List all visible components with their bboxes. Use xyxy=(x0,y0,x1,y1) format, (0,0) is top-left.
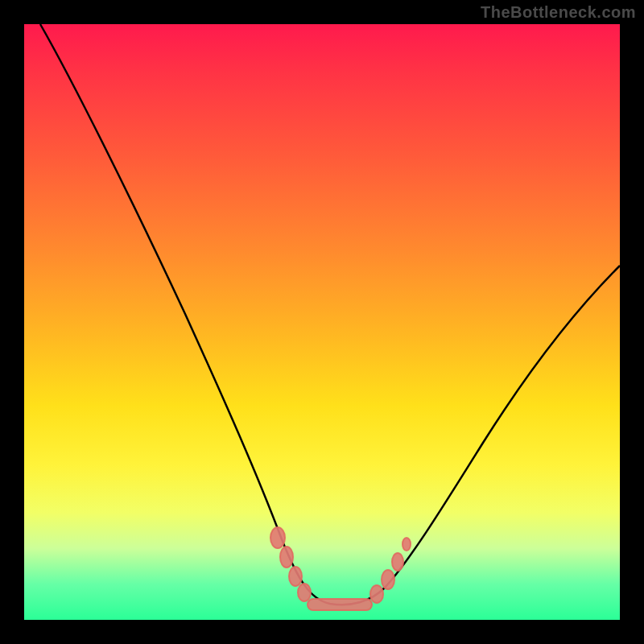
marker-cluster-right xyxy=(370,538,411,603)
marker-cluster-left xyxy=(270,527,311,601)
watermark-text: TheBottleneck.com xyxy=(481,3,636,22)
svg-rect-8 xyxy=(308,599,372,610)
bottleneck-curve xyxy=(40,24,620,605)
chart-frame: TheBottleneck.com xyxy=(0,0,644,644)
marker-flat-bottom xyxy=(308,599,372,610)
plot-area xyxy=(24,24,620,620)
chart-svg xyxy=(24,24,620,620)
